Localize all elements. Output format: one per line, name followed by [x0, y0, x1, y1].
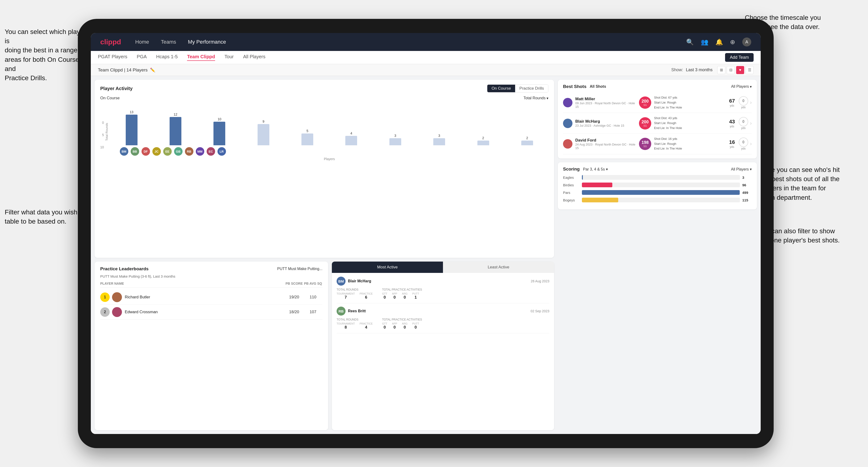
shot-player-name-2: Blair McHarg [575, 119, 624, 124]
shot-details-1: Shot Dist: 67 yds Start Lie: Rough End L… [654, 95, 727, 110]
ma-date-1: 26 Aug 2023 [531, 279, 549, 283]
shot-badge-label-2: SG [644, 125, 647, 127]
shot-avatar-3 [563, 139, 572, 149]
ma-stats-2: Total Rounds Tournament 8 Practice [337, 318, 549, 330]
ma-name-2: Rees Britt [348, 309, 366, 313]
sc-players-dropdown[interactable]: All Players ▾ [731, 167, 752, 172]
tab-team-clippd[interactable]: Team Clippd [187, 54, 215, 61]
x-axis-title: Players [111, 157, 549, 161]
y-label-5: 5 [102, 133, 104, 137]
sc-val-birdies: 96 [742, 183, 752, 187]
people-icon[interactable]: 👥 [701, 38, 708, 46]
left-panel: Player Activity On Course Practice Drill… [91, 76, 558, 434]
shot-dist-num-3: 16 [729, 139, 735, 145]
ma-practice-2: Practice 4 [360, 322, 373, 330]
bottom-row: Practice Leaderboards PUTT Must Make Put… [95, 261, 554, 430]
bar-j-coles: 9 [242, 120, 285, 145]
ma-app-1: APP 0 [392, 292, 397, 300]
ma-putt-2: PUTT 0 [412, 322, 419, 330]
ma-player-header-1: BM Blair McHarg 26 Aug 2023 [337, 277, 549, 286]
bell-icon[interactable]: 🔔 [715, 38, 723, 46]
tab-pga[interactable]: PGA [137, 54, 147, 61]
shot-badge-label-1: SG [644, 104, 647, 106]
ma-avatar-2: RB [337, 307, 346, 316]
view-grid4-button[interactable]: ⊟ [727, 66, 735, 74]
scoring-card: Scoring Par 3, 4 & 5s ▾ All Players ▾ Ea… [558, 162, 757, 210]
nav-my-performance[interactable]: My Performance [188, 39, 226, 45]
shot-player-details-2: Blair McHarg 23 Jul 2023 · Ashridge GC ·… [575, 119, 624, 127]
shot-dist-unit-2: yds [730, 125, 734, 128]
bar-d-ford: 10 [198, 117, 241, 145]
ma-arg-1: ARG 0 [402, 292, 408, 300]
view-icons: ⊞ ⊟ ♥ ☰ [717, 66, 753, 74]
shot-zero-unit-3: yds [741, 147, 746, 150]
tab-hcaps[interactable]: Hcaps 1-5 [156, 54, 178, 61]
shot-player-info-3: David Ford 24 Aug 2023 · Royal North Dev… [563, 138, 636, 150]
chart-section: On Course Total Rounds ▾ 0 5 10 [100, 96, 549, 161]
add-team-button[interactable]: Add Team [725, 53, 753, 62]
tab-all-players[interactable]: All Players [243, 54, 266, 61]
lb-avatar-1 [112, 292, 122, 302]
sc-label-bogeys: Bogeys [563, 198, 582, 202]
nav-home[interactable]: Home [135, 39, 149, 45]
view-grid2-button[interactable]: ⊞ [717, 66, 725, 74]
view-list-button[interactable]: ☰ [746, 66, 753, 74]
shot-item-1[interactable]: Matt Miller 09 Jun 2023 · Royal North De… [563, 92, 752, 113]
shot-dist-num-1: 67 [729, 98, 735, 104]
tab-most-active[interactable]: Most Active [332, 261, 443, 273]
shot-badge-label-3: SG [644, 145, 647, 148]
show-dropdown[interactable]: Last 3 months [686, 67, 713, 72]
lb-col-name: PLAYER NAME [100, 282, 285, 285]
lb-player-2: Edward Crossman [125, 310, 285, 314]
bar-val-7: 3 [394, 134, 396, 137]
avatar-l-robertson: LR [217, 147, 226, 156]
ma-practice-sub-1: GTT 0 APP 0 [382, 292, 422, 300]
search-icon[interactable]: 🔍 [686, 38, 694, 46]
ma-practice-label-1: Total Practice Activities [382, 288, 422, 291]
bars-wrapper: 13 12 [111, 103, 549, 161]
bar-fill-8 [433, 138, 445, 145]
tablet-screen: clippd Home Teams My Performance 🔍 👥 🔔 ⊕… [91, 33, 761, 434]
shot-player-info-1: Matt Miller 09 Jun 2023 · Royal North De… [563, 97, 636, 108]
bs-players-dropdown[interactable]: All Players ▾ [731, 85, 752, 89]
ma-stats-1: Total Rounds Tournament 7 Practice [337, 288, 549, 300]
plus-circle-icon[interactable]: ⊕ [730, 38, 735, 46]
ma-tabs: Most Active Least Active [332, 261, 554, 273]
shot-item-2[interactable]: Blair McHarg 23 Jul 2023 · Ashridge GC ·… [563, 113, 752, 133]
bar-fill-7 [390, 138, 401, 145]
sc-fill-birdies [582, 183, 612, 187]
lb-header: Practice Leaderboards PUTT Must Make Put… [100, 266, 322, 272]
view-heart-button[interactable]: ♥ [736, 66, 744, 74]
avatar[interactable]: A [742, 37, 751, 46]
chart-filter-dropdown[interactable]: Total Rounds ▾ [524, 96, 549, 100]
nav-teams[interactable]: Teams [161, 39, 176, 45]
annotation-filter: Filter what data you wish thetable to be… [5, 208, 88, 226]
tab-tour[interactable]: Tour [224, 54, 234, 61]
tab-least-active[interactable]: Least Active [443, 261, 554, 273]
ma-player-row-1: BM Blair McHarg 26 Aug 2023 Total Rounds [337, 277, 549, 303]
tab-pgat-players[interactable]: PGAT Players [98, 54, 127, 61]
shot-zero-1: 0 [739, 96, 748, 106]
sc-filter-dropdown[interactable]: Par 3, 4 & 5s ▾ [583, 167, 608, 172]
lb-player-1: Richard Butler [125, 295, 285, 300]
bs-all-shots-filter[interactable]: All Shots [590, 85, 606, 89]
best-shots-card: Best Shots All Shots All Players ▾ [558, 80, 757, 158]
lb-col-avg: PB AVG SQ [304, 282, 322, 285]
lb-filter-dropdown[interactable]: PUTT Must Make Putting... [277, 267, 322, 271]
shot-zero-unit-2: yds [741, 126, 746, 130]
shot-badge-2: 200 SG [639, 117, 651, 129]
shot-badge-3: 198 SG [639, 138, 651, 150]
on-course-toggle[interactable]: On Course [487, 85, 515, 92]
rank-badge-1: 1 [100, 292, 110, 302]
ma-rounds-label-1: Total Rounds [337, 288, 373, 291]
shot-item-3[interactable]: David Ford 24 Aug 2023 · Royal North Dev… [563, 134, 752, 154]
shot-zero-box-2: 0 yds [739, 117, 748, 130]
edit-icon[interactable]: ✏️ [150, 67, 155, 73]
chart-area: 0 5 10 Total Rounds 13 [100, 103, 549, 161]
nav-links: Home Teams My Performance [135, 39, 226, 45]
practice-drills-toggle[interactable]: Practice Drills [515, 85, 548, 92]
shot-dist-box-2: 43 yds [729, 119, 735, 128]
bar-r-butler: 3 [374, 134, 416, 145]
ma-content: BM Blair McHarg 26 Aug 2023 Total Rounds [332, 273, 554, 340]
chevron-right-3: › [750, 141, 752, 147]
